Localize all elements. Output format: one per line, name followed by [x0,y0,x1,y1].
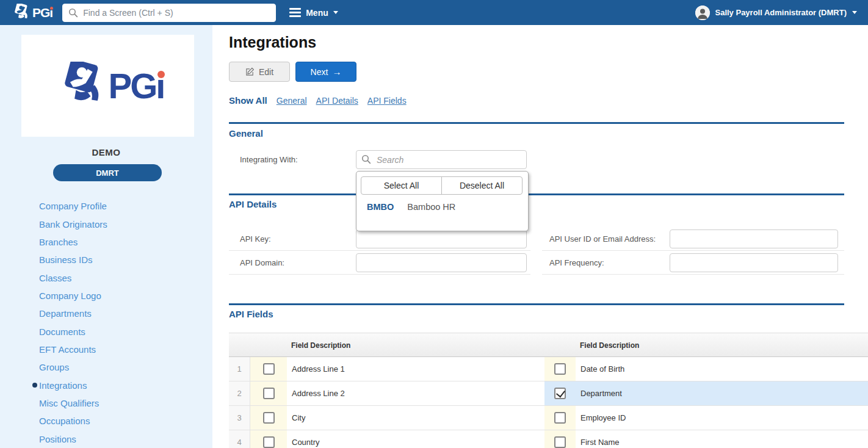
field-description: Country [287,430,544,448]
field-checkbox[interactable] [263,412,275,424]
tab-general[interactable]: General [277,96,307,106]
tab-show-all[interactable]: Show All [229,95,267,106]
api-user-id-label: API User ID or Email Address: [542,234,670,244]
row-number: 2 [229,381,250,405]
deselect-all-button[interactable]: Deselect All [442,177,522,194]
next-button[interactable]: Next → [295,62,356,82]
section-divider [229,303,844,305]
sidebar-item-branches[interactable]: Branches [0,233,212,251]
dropdown-option-bamboo-hr[interactable]: BMBO Bamboo HR [367,202,455,212]
sidebar-item-positions[interactable]: Positions [0,430,212,447]
form-row: API Domain: [229,251,530,275]
edit-button[interactable]: Edit [229,62,290,82]
field-description: City [287,406,544,430]
sidebar-item-company-profile[interactable]: Company Profile [0,197,212,215]
sidebar: PGi DEMO DMRT Company Profile Bank Origi… [0,25,212,448]
section-divider [229,122,844,124]
company-code-button[interactable]: DMRT [53,164,162,181]
checkbox-cell-right [544,357,576,381]
api-key-input[interactable] [356,229,527,248]
checkbox-cell-right [544,406,576,430]
sidebar-item-integrations[interactable]: Integrations [0,376,212,394]
option-code: BMBO [367,202,394,212]
field-description: First Name [576,430,868,448]
user-label: Sally Payroll Administrator (DMRT) [715,8,847,17]
api-fields-heading: API Fields [229,309,273,319]
checkbox-cell-right [544,430,576,448]
api-details-left-column: API Key: API Domain: [229,227,530,275]
next-arrow-icon: → [332,67,341,77]
app-logo[interactable]: PGi [0,4,60,22]
screen-search-input[interactable] [62,4,276,22]
table-row: 2 Address Line 2 Department [229,381,868,406]
form-row: API Frequency: [542,251,844,275]
field-checkbox[interactable] [554,363,566,375]
sidebar-item-misc-qualifiers[interactable]: Misc Qualifiers [0,394,212,412]
checkbox-cell-right [544,381,576,405]
sidebar-item-business-ids[interactable]: Business IDs [0,251,212,269]
dropdown-actions: Select All Deselect All [361,176,523,195]
edit-label: Edit [259,67,273,77]
api-user-id-input[interactable] [670,229,838,248]
tab-api-fields[interactable]: API Fields [367,96,407,106]
search-icon [361,154,371,164]
api-details-heading: API Details [229,199,277,209]
field-description: Address Line 2 [287,381,544,405]
sidebar-item-departments[interactable]: Departments [0,305,212,322]
general-heading: General [229,128,263,139]
integrating-with-search [356,150,527,169]
integrating-with-search-input[interactable] [356,150,527,169]
sidebar-item-classes[interactable]: Classes [0,269,212,286]
api-fields-table-body: 1 Address Line 1 Date of Birth 2 Address… [229,357,868,448]
sidebar-item-documents[interactable]: Documents [0,322,212,340]
form-row: API User ID or Email Address: [542,227,844,251]
api-frequency-input[interactable] [670,253,838,272]
select-all-button[interactable]: Select All [361,177,442,194]
main-content: Integrations Edit Next → Show All Genera… [212,25,868,448]
field-checkbox[interactable] [263,436,275,448]
api-frequency-label: API Frequency: [542,258,670,267]
table-row: 4 Country First Name [229,430,868,448]
company-logo-text: PGi [109,65,164,106]
active-bullet-icon [32,383,37,388]
avatar [695,5,710,20]
sidebar-item-company-logo[interactable]: Company Logo [0,287,212,305]
search-icon [68,8,78,18]
next-label: Next [311,67,328,77]
screen-search [62,4,276,22]
app-logo-text: PGi [32,5,52,20]
table-row: 3 City Employee ID [229,406,868,430]
logo-red-dot [157,71,165,78]
logo-red-dot [50,7,53,10]
api-domain-input[interactable] [356,253,527,272]
api-details-right-column: API User ID or Email Address: API Freque… [542,227,844,275]
company-logo: PGi [52,62,164,110]
section-tabs: Show All General API Details API Fields [229,95,407,106]
user-menu[interactable]: Sally Payroll Administrator (DMRT) [695,5,858,20]
field-description: Employee ID [576,406,868,430]
field-checkbox[interactable] [554,412,566,424]
api-domain-label: API Domain: [229,258,356,267]
field-checkbox[interactable] [263,388,275,399]
sidebar-item-occupations[interactable]: Occupations [0,412,212,430]
sidebar-item-bank-originators[interactable]: Bank Originators [0,215,212,233]
field-checkbox[interactable] [263,363,275,375]
checkbox-cell-left [250,381,287,405]
tab-api-details[interactable]: API Details [316,96,358,106]
hamburger-icon [289,6,301,19]
user-icon [695,5,710,20]
pencil-square-icon [245,67,255,76]
menu-label: Menu [306,8,328,18]
menu-button[interactable]: Menu [289,6,338,19]
field-checkbox[interactable] [554,436,566,448]
checkbox-cell-left [250,357,287,381]
sidebar-item-eft-accounts[interactable]: EFT Accounts [0,341,212,358]
checkbox-cell-left [250,430,287,448]
field-checkbox[interactable] [554,388,566,399]
section-divider [229,193,844,195]
checkbox-cell-left [250,406,287,430]
chevron-down-icon [333,11,338,14]
top-navbar: PGi Menu Sally Payroll Administrator (DM… [0,0,868,25]
company-name: DEMO [0,147,212,157]
sidebar-item-groups[interactable]: Groups [0,358,212,376]
